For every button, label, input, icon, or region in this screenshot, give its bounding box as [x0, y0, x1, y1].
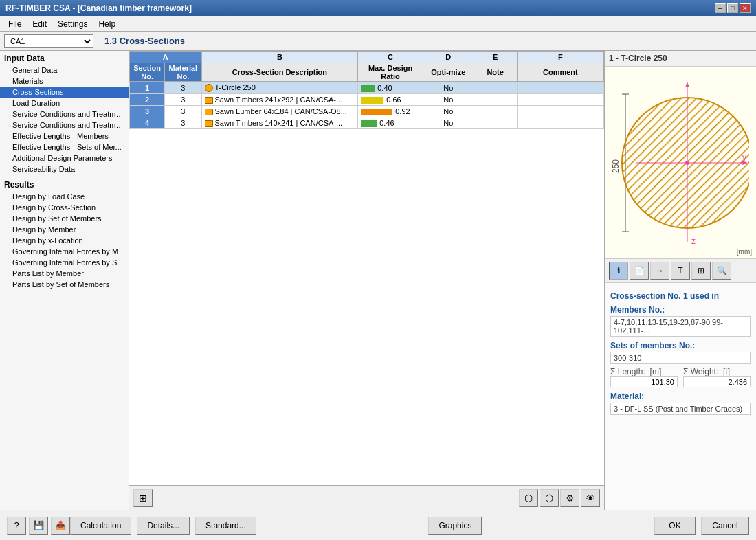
- used-in-label: Cross-section No. 1 used in: [610, 291, 751, 301]
- section-no-cell: 2: [130, 94, 165, 106]
- material-no-cell: 3: [165, 82, 201, 94]
- description-cell: Sawn Lumber 64x184 | CAN/CSA-O8...: [201, 106, 358, 117]
- graphics-button[interactable]: Graphics: [428, 517, 482, 535]
- sets-value: 300-310: [610, 352, 751, 364]
- sidebar-item-general-data[interactable]: General Data: [0, 65, 129, 76]
- weight-col: Σ Weight: [t] 2.436: [683, 367, 751, 387]
- note-cell: [474, 106, 517, 117]
- sidebar-item-service-conditions-1[interactable]: Service Conditions and Treatme...: [0, 109, 129, 120]
- description-cell: T-Circle 250: [201, 82, 358, 94]
- sidebar-item-materials[interactable]: Materials: [0, 76, 129, 87]
- maximize-button[interactable]: □: [727, 3, 738, 13]
- svg-text:250: 250: [612, 159, 621, 172]
- note-cell: [474, 117, 517, 129]
- standard-button[interactable]: Standard...: [195, 517, 256, 535]
- info-btn-width[interactable]: ↔: [650, 262, 669, 280]
- minimize-button[interactable]: ─: [715, 3, 726, 13]
- length-label: Σ Length: [m]: [610, 367, 678, 376]
- help-button[interactable]: ?: [7, 517, 26, 535]
- length-col: Σ Length: [m] 101.30: [610, 367, 678, 387]
- material-no-cell: 3: [165, 117, 201, 129]
- export-action-button[interactable]: 📤: [51, 517, 70, 535]
- sidebar-item-additional-design[interactable]: Additional Design Parameters: [0, 153, 129, 164]
- info-btn-grid[interactable]: ⊞: [691, 262, 711, 280]
- sidebar-item-design-member[interactable]: Design by Member: [0, 224, 129, 235]
- sidebar-item-cross-sections[interactable]: Cross-Sections: [0, 87, 129, 98]
- svg-marker-8: [685, 82, 689, 87]
- table-wrapper[interactable]: A B C D E F Section No. Material No. Cro…: [129, 51, 604, 485]
- comment-cell: [517, 82, 603, 94]
- menu-file[interactable]: File: [3, 18, 27, 30]
- circle-icon: [205, 84, 213, 92]
- export-button-1[interactable]: ⬡: [519, 489, 538, 507]
- ca-dropdown[interactable]: CA1: [4, 34, 93, 48]
- menu-settings[interactable]: Settings: [52, 18, 93, 30]
- table-view-button[interactable]: 👁: [581, 489, 600, 507]
- cross-section-canvas: 250: [605, 67, 756, 259]
- sidebar-item-load-duration[interactable]: Load Duration: [0, 98, 129, 109]
- toolbar-row: CA1 1.3 Cross-Sections: [0, 32, 756, 51]
- sidebar-item-governing-forces-m[interactable]: Governing Internal Forces by M: [0, 246, 129, 257]
- ratio-cell: 0.92: [358, 106, 423, 117]
- ratio-cell: 0.66: [358, 94, 423, 106]
- col-d-header: D: [423, 52, 474, 63]
- window-controls: ─ □ ✕: [715, 3, 751, 13]
- sidebar-item-serviceability[interactable]: Serviceability Data: [0, 164, 129, 175]
- ratio-cell: 0.40: [358, 82, 423, 94]
- info-btn-zoom[interactable]: 🔍: [712, 262, 731, 280]
- rect-icon: [205, 120, 213, 127]
- cross-sections-table: A B C D E F Section No. Material No. Cro…: [129, 51, 604, 129]
- action-bar: ? 💾 📤 Calculation Details... Standard...…: [0, 510, 756, 540]
- note-header: Note: [474, 63, 517, 82]
- calculation-button[interactable]: Calculation: [70, 517, 131, 535]
- sidebar-item-effective-lengths-sets[interactable]: Effective Lengths - Sets of Mer...: [0, 142, 129, 153]
- col-c-header: C: [358, 52, 423, 63]
- sidebar-item-design-cross-section[interactable]: Design by Cross-Section: [0, 202, 129, 213]
- ok-button[interactable]: OK: [654, 517, 696, 535]
- note-cell: [474, 94, 517, 106]
- info-btn-doc[interactable]: 📄: [630, 262, 649, 280]
- svg-text:z: z: [691, 236, 696, 246]
- sidebar-item-effective-lengths-members[interactable]: Effective Lengths - Members: [0, 131, 129, 142]
- sidebar-item-governing-forces-s[interactable]: Governing Internal Forces by S: [0, 257, 129, 268]
- sidebar-item-design-load-case[interactable]: Design by Load Case: [0, 191, 129, 202]
- table-row[interactable]: 33Sawn Lumber 64x184 | CAN/CSA-O8...0.92…: [130, 106, 604, 117]
- sidebar-item-parts-list-set[interactable]: Parts List by Set of Members: [0, 279, 129, 290]
- info-btn-info[interactable]: ℹ: [609, 262, 628, 280]
- description-cell: Sawn Timbers 140x241 | CAN/CSA-...: [201, 117, 358, 129]
- comment-header: Comment: [517, 63, 603, 82]
- action-right: OK Cancel: [654, 517, 749, 535]
- details-button[interactable]: Details...: [137, 517, 190, 535]
- table-row[interactable]: 13T-Circle 2500.40No: [130, 82, 604, 94]
- material-value: 3 - DF-L SS (Post and Timber Grades): [610, 403, 751, 415]
- export-button-2[interactable]: ⬡: [540, 489, 559, 507]
- action-center: Calculation Details... Standard...: [70, 517, 256, 535]
- ratio-cell: 0.46: [358, 117, 423, 129]
- sidebar-item-service-conditions-2[interactable]: Service Conditions and Treatme...: [0, 120, 129, 131]
- menu-edit[interactable]: Edit: [27, 18, 52, 30]
- close-button[interactable]: ✕: [740, 3, 751, 13]
- add-row-button[interactable]: ⊞: [133, 489, 153, 507]
- info-btn-text[interactable]: T: [671, 262, 690, 280]
- ratio-bar: [361, 120, 377, 127]
- table-bottom: ⊞ ⬡ ⬡ ⚙ 👁: [129, 485, 604, 510]
- table-settings-button[interactable]: ⚙: [560, 489, 579, 507]
- table-row[interactable]: 43Sawn Timbers 140x241 | CAN/CSA-...0.46…: [130, 117, 604, 129]
- table-row[interactable]: 23Sawn Timbers 241x292 | CAN/CSA-...0.66…: [130, 94, 604, 106]
- weight-label: Σ Weight: [t]: [683, 367, 751, 376]
- svg-point-11: [685, 161, 689, 165]
- sidebar-results-section: Results: [0, 177, 129, 191]
- cancel-button[interactable]: Cancel: [701, 517, 749, 535]
- sidebar-item-design-set-members[interactable]: Design by Set of Members: [0, 213, 129, 224]
- menu-help[interactable]: Help: [93, 18, 121, 30]
- menu-bar: File Edit Settings Help: [0, 16, 756, 32]
- sidebar-item-design-x-location[interactable]: Design by x-Location: [0, 235, 129, 246]
- sidebar-item-parts-list-member[interactable]: Parts List by Member: [0, 268, 129, 279]
- members-value: 4-7,10,11,13-15,19-23,87-90,99-102,111-.…: [610, 316, 751, 337]
- cross-section-svg: 250: [612, 74, 749, 252]
- comment-cell: [517, 117, 603, 129]
- material-no-header: Material No.: [165, 63, 201, 82]
- info-panel: 1 - T-Circle 250 250: [605, 51, 756, 510]
- save-button[interactable]: 💾: [29, 517, 48, 535]
- section-no-header: Section No.: [130, 63, 165, 82]
